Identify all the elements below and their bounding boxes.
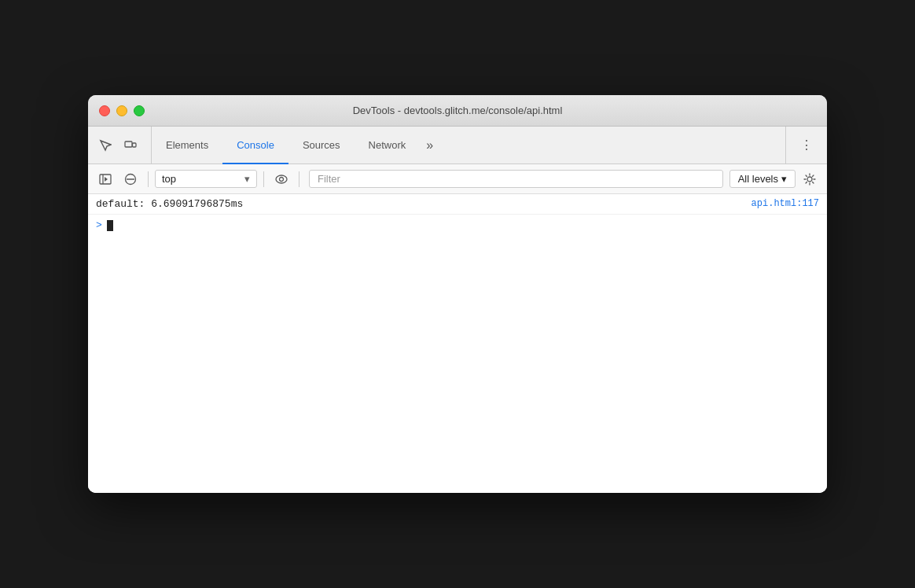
console-settings-button[interactable] <box>799 168 821 190</box>
svg-marker-4 <box>105 177 108 182</box>
console-toolbar: top ▾ All levels ▾ <box>88 164 827 194</box>
log-source-link[interactable]: api.html:117 <box>751 198 819 209</box>
clear-console-button[interactable] <box>119 168 141 190</box>
eye-icon[interactable] <box>270 168 292 190</box>
device-toolbar-icon[interactable] <box>119 134 141 156</box>
traffic-lights <box>99 105 145 116</box>
levels-dropdown-arrow: ▾ <box>781 173 787 185</box>
tab-sources[interactable]: Sources <box>288 127 355 164</box>
context-selector[interactable]: top ▾ <box>155 170 257 188</box>
context-dropdown-arrow: ▾ <box>244 173 250 185</box>
devtools-menu-button[interactable]: ⋮ <box>796 134 818 156</box>
tab-console[interactable]: Console <box>222 127 288 164</box>
toolbar-divider-1 <box>148 171 149 187</box>
svg-point-7 <box>276 175 287 183</box>
inspect-element-icon[interactable] <box>94 134 116 156</box>
title-bar: DevTools - devtools.glitch.me/console/ap… <box>88 95 827 127</box>
svg-rect-1 <box>133 143 137 147</box>
toolbar-divider-3 <box>299 171 299 187</box>
maximize-button[interactable] <box>134 105 145 116</box>
minimize-button[interactable] <box>116 105 127 116</box>
log-levels-button[interactable]: All levels ▾ <box>729 170 796 188</box>
toolbar-divider-2 <box>263 171 264 187</box>
tab-network[interactable]: Network <box>355 127 421 164</box>
console-input-row: > <box>88 215 827 236</box>
main-tabs: Elements Console Sources Network » <box>152 127 785 164</box>
close-button[interactable] <box>99 105 110 116</box>
show-sidebar-button[interactable] <box>94 168 116 190</box>
tab-elements[interactable]: Elements <box>152 127 222 164</box>
devtools-panel: Elements Console Sources Network » ⋮ <box>88 127 827 493</box>
more-tabs-button[interactable]: » <box>420 127 439 164</box>
console-cursor <box>107 220 113 231</box>
prompt-icon[interactable]: > <box>96 219 102 231</box>
tab-bar-right-controls: ⋮ <box>785 127 827 164</box>
svg-point-9 <box>807 177 812 182</box>
window-title: DevTools - devtools.glitch.me/console/ap… <box>353 105 563 116</box>
console-log-entry: default: 6.69091796875ms api.html:117 <box>88 194 827 215</box>
filter-input[interactable] <box>309 170 723 188</box>
svg-rect-0 <box>125 141 132 147</box>
log-message: default: 6.69091796875ms <box>96 198 751 210</box>
svg-point-8 <box>280 177 284 181</box>
tab-bar: Elements Console Sources Network » ⋮ <box>88 127 827 164</box>
devtools-window: DevTools - devtools.glitch.me/console/ap… <box>88 95 827 493</box>
console-area: default: 6.69091796875ms api.html:117 > <box>88 194 827 493</box>
tab-bar-left-controls <box>94 127 152 164</box>
